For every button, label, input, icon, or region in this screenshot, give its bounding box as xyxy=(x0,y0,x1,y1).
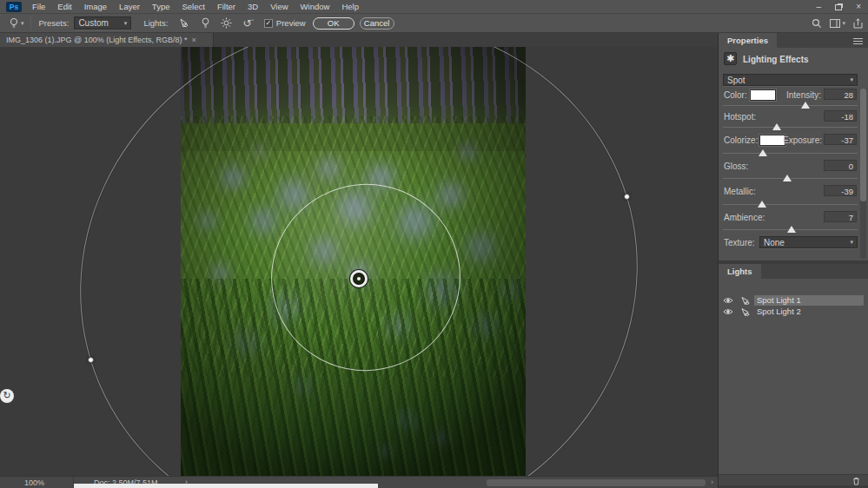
texture-value: None xyxy=(764,238,785,247)
rotate-cursor-icon: ↻ xyxy=(0,389,14,403)
ok-button[interactable]: OK xyxy=(313,17,354,30)
ellipse-handle-left[interactable] xyxy=(88,357,94,363)
menu-file[interactable]: File xyxy=(32,2,45,11)
metallic-slider[interactable] xyxy=(723,201,858,208)
exposure-label: Exposure: xyxy=(783,135,822,145)
slider-thumb[interactable] xyxy=(758,201,766,208)
exposure-value[interactable]: -37 xyxy=(824,134,857,145)
visibility-eye-icon[interactable] xyxy=(723,308,733,315)
scrollbar-thumb[interactable] xyxy=(860,89,866,201)
ellipse-handle-right[interactable] xyxy=(624,194,630,200)
light-row-spot-light-1[interactable]: Spot Light 1 xyxy=(719,295,868,306)
restore-icon[interactable] xyxy=(835,4,842,10)
properties-title: Lighting Effects xyxy=(743,55,809,64)
ambience-value[interactable]: 7 xyxy=(824,211,857,222)
options-bar-right: ▾ xyxy=(812,14,863,33)
menu-3d[interactable]: 3D xyxy=(248,2,258,11)
light-row-spot-light-2[interactable]: Spot Light 2 xyxy=(719,307,868,317)
reset-light-icon[interactable]: ↺° xyxy=(242,17,253,30)
menu-help[interactable]: Help xyxy=(341,2,359,11)
properties-panel: ✱ Lighting Effects Spot ▾ Color: Intensi… xyxy=(719,48,868,260)
add-infinite-light-icon[interactable] xyxy=(221,17,232,29)
color-label: Color: xyxy=(724,90,747,100)
tab-properties[interactable]: Properties xyxy=(719,33,777,48)
preview-label: Preview xyxy=(276,18,306,28)
menu-window[interactable]: Window xyxy=(301,2,330,11)
scroll-right-icon[interactable]: › xyxy=(711,477,713,488)
menu-filter[interactable]: Filter xyxy=(217,2,235,11)
intensity-slider[interactable] xyxy=(723,102,858,109)
menu-select[interactable]: Select xyxy=(182,2,204,11)
tab-lights[interactable]: Lights xyxy=(719,264,761,279)
visibility-eye-icon[interactable] xyxy=(723,297,733,304)
slider-thumb[interactable] xyxy=(787,226,796,233)
hotspot-value[interactable]: -18 xyxy=(824,110,857,122)
ambience-slider[interactable] xyxy=(723,226,858,233)
menu-view[interactable]: View xyxy=(270,2,288,11)
light-center-handle[interactable] xyxy=(350,270,368,287)
spot-light-icon xyxy=(740,296,751,306)
presets-value: Custom xyxy=(78,18,108,28)
light-name[interactable]: Spot Light 2 xyxy=(754,307,864,317)
slider-thumb[interactable] xyxy=(783,175,792,181)
workspace-switcher-icon[interactable]: ▾ xyxy=(830,19,845,28)
gloss-slider[interactable] xyxy=(723,175,858,181)
presets-label: Presets: xyxy=(39,18,70,28)
properties-scrollbar[interactable] xyxy=(860,89,866,259)
search-icon[interactable] xyxy=(812,18,822,29)
intensity-value[interactable]: 28 xyxy=(824,89,857,100)
lighting-effects-icon: ✱ xyxy=(724,52,737,65)
document-tab-bar: IMG_1306 (1).JPG @ 100% (Light Effects, … xyxy=(0,33,718,47)
tool-caret-icon[interactable]: ▾ xyxy=(21,20,24,27)
add-point-light-icon[interactable] xyxy=(201,17,210,29)
hotspot-label: Hotspot: xyxy=(724,112,756,122)
light-type-value: Spot xyxy=(727,76,745,85)
share-icon[interactable] xyxy=(853,18,863,29)
menu-edit[interactable]: Edit xyxy=(57,2,71,11)
colorize-label: Colorize: xyxy=(724,135,758,145)
menu-items: File Edit Image Layer Type Select Filter… xyxy=(32,2,359,11)
ambience-label: Ambience: xyxy=(724,213,765,222)
delete-light-trash-icon[interactable] xyxy=(852,477,860,485)
texture-dropdown[interactable]: None ▾ xyxy=(759,236,858,248)
chevron-down-icon: ▾ xyxy=(850,76,853,83)
exposure-slider[interactable] xyxy=(723,149,858,156)
cancel-button[interactable]: Cancel xyxy=(360,17,394,30)
photoshop-logo: Ps xyxy=(6,2,22,12)
slider-thumb[interactable] xyxy=(772,123,781,130)
window-controls: – × xyxy=(817,0,861,14)
light-type-dropdown[interactable]: Spot ▾ xyxy=(723,74,858,86)
metallic-value[interactable]: -39 xyxy=(824,185,857,196)
presets-dropdown[interactable]: Custom ▾ xyxy=(74,16,131,30)
document-tab[interactable]: IMG_1306 (1).JPG @ 100% (Light Effects, … xyxy=(0,33,214,47)
lights-panel: Spot Light 1 Spot Light 2 xyxy=(719,279,868,474)
menu-type[interactable]: Type xyxy=(152,2,170,11)
lights-label: Lights: xyxy=(143,18,168,28)
panel-menu-icon[interactable] xyxy=(853,38,863,39)
gloss-label: Gloss: xyxy=(724,162,748,171)
slider-thumb[interactable] xyxy=(759,149,767,156)
slider-thumb[interactable] xyxy=(801,102,810,109)
check-icon: ✓ xyxy=(265,20,271,27)
gloss-value[interactable]: 0 xyxy=(824,160,857,171)
metallic-label: Metallic: xyxy=(724,187,756,196)
minimize-icon[interactable]: – xyxy=(817,3,822,11)
colorize-swatch[interactable] xyxy=(759,135,785,146)
light-name[interactable]: Spot Light 1 xyxy=(754,295,864,306)
intensity-label: Intensity: xyxy=(786,90,821,100)
color-swatch[interactable] xyxy=(750,89,776,101)
photoshop-window: Ps File Edit Image Layer Type Select Fil… xyxy=(0,0,868,488)
close-tab-icon[interactable]: × xyxy=(192,36,196,44)
lights-tab-row: Lights xyxy=(719,264,868,279)
properties-tab-row: Properties xyxy=(719,33,868,48)
menu-image[interactable]: Image xyxy=(84,2,107,11)
menu-layer[interactable]: Layer xyxy=(119,2,140,11)
add-spot-light-icon[interactable] xyxy=(178,17,190,29)
close-window-icon[interactable]: × xyxy=(856,3,861,11)
hotspot-slider[interactable] xyxy=(723,123,858,130)
preview-checkbox[interactable]: ✓ xyxy=(264,19,273,28)
light-tool-icon[interactable] xyxy=(9,17,19,30)
lights-panel-footer xyxy=(719,474,868,485)
horizontal-scrollbar[interactable] xyxy=(487,479,706,486)
zoom-level-field[interactable]: 100% xyxy=(0,477,74,488)
